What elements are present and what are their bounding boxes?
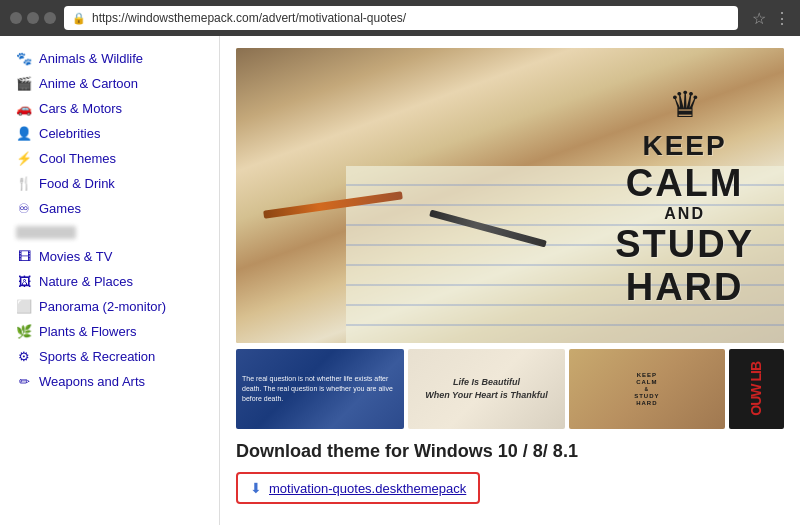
thumbnail-2[interactable]: Life Is Beautiful When Your Heart is Tha… xyxy=(408,349,564,429)
browser-dot-3 xyxy=(44,12,56,24)
thumbnail-1[interactable]: The real question is not whether life ex… xyxy=(236,349,404,429)
page-layout: 🐾 Animals & Wildlife 🎬 Anime & Cartoon 🚗… xyxy=(0,36,800,525)
sidebar-item-sports-recreation[interactable]: ⚙ Sports & Recreation xyxy=(0,344,219,369)
sidebar-item-nature-places[interactable]: 🖼 Nature & Places xyxy=(0,269,219,294)
download-link-box[interactable]: ⬇ motivation-quotes.deskthemepack xyxy=(236,472,480,504)
bookmark-icon[interactable]: ☆ xyxy=(752,9,766,28)
browser-menu-icon[interactable]: ⋮ xyxy=(774,9,790,28)
study-label: STUDY xyxy=(615,222,754,265)
sidebar-item-label: Nature & Places xyxy=(39,274,133,289)
sidebar-item-cool-themes[interactable]: ⚡ Cool Themes xyxy=(0,146,219,171)
sidebar-item-label: Weapons and Arts xyxy=(39,374,145,389)
url-bar[interactable]: 🔒 https://windowsthemepack.com/advert/mo… xyxy=(64,6,738,30)
browser-dot-2 xyxy=(27,12,39,24)
thumbnail-4[interactable]: OUW LIB xyxy=(729,349,784,429)
lock-icon: 🔒 xyxy=(72,12,86,25)
thumb-3-calm: CALM xyxy=(636,379,657,385)
download-icon: ⬇ xyxy=(250,480,262,496)
sidebar-item-label: Panorama (2-monitor) xyxy=(39,299,166,314)
anime-cartoon-icon: 🎬 xyxy=(16,76,32,91)
food-drink-icon: 🍴 xyxy=(16,176,32,191)
thumb-3-keep: KEEP xyxy=(637,372,657,378)
keep-label: KEEP xyxy=(615,129,754,161)
sidebar-item-label: Anime & Cartoon xyxy=(39,76,138,91)
download-link-text: motivation-quotes.deskthemepack xyxy=(269,481,466,496)
thumbnail-strip: The real question is not whether life ex… xyxy=(236,349,784,429)
browser-dots xyxy=(10,12,56,24)
sidebar-item-panorama[interactable]: ⬜ Panorama (2-monitor) xyxy=(0,294,219,319)
thumb-1-text: The real question is not whether life ex… xyxy=(242,374,398,403)
sidebar: 🐾 Animals & Wildlife 🎬 Anime & Cartoon 🚗… xyxy=(0,36,220,525)
sidebar-item-weapons-arts[interactable]: ✏ Weapons and Arts xyxy=(0,369,219,394)
keep-calm-overlay: ♛ KEEP CALM AND STUDY HARD xyxy=(615,83,754,308)
sidebar-item-label: Cars & Motors xyxy=(39,101,122,116)
thumb-2-content: Life Is Beautiful When Your Heart is Tha… xyxy=(425,376,548,403)
sidebar-item-celebrities[interactable]: 👤 Celebrities xyxy=(0,121,219,146)
plants-flowers-icon: 🌿 xyxy=(16,324,32,339)
thumb-2-line2: When Your Heart is Thankful xyxy=(425,389,548,403)
blurred-label xyxy=(16,226,76,239)
sidebar-item-label: Cool Themes xyxy=(39,151,116,166)
sidebar-item-cars-motors[interactable]: 🚗 Cars & Motors xyxy=(0,96,219,121)
crown-icon: ♛ xyxy=(615,83,754,125)
download-title: Download theme for Windows 10 / 8/ 8.1 xyxy=(236,441,784,462)
url-text: https://windowsthemepack.com/advert/moti… xyxy=(92,11,406,25)
panorama-icon: ⬜ xyxy=(16,299,32,314)
nature-places-icon: 🖼 xyxy=(16,274,32,289)
thumb-3-hard: HARD xyxy=(636,400,657,406)
games-icon: ♾ xyxy=(16,201,32,216)
sidebar-item-blurred xyxy=(0,221,219,244)
sidebar-item-anime-cartoon[interactable]: 🎬 Anime & Cartoon xyxy=(0,71,219,96)
thumb-3-study: STUDY xyxy=(634,393,659,399)
and-label: AND xyxy=(615,204,754,222)
calm-label: CALM xyxy=(615,161,754,204)
weapons-arts-icon: ✏ xyxy=(16,374,32,389)
thumb-2-line1: Life Is Beautiful xyxy=(425,376,548,390)
sidebar-item-label: Movies & TV xyxy=(39,249,112,264)
sidebar-item-label: Animals & Wildlife xyxy=(39,51,143,66)
hero-image: ♛ KEEP CALM AND STUDY HARD xyxy=(236,48,784,343)
hard-label: HARD xyxy=(615,265,754,308)
celebrities-icon: 👤 xyxy=(16,126,32,141)
movies-tv-icon: 🎞 xyxy=(16,249,32,264)
sidebar-item-plants-flowers[interactable]: 🌿 Plants & Flowers xyxy=(0,319,219,344)
sidebar-item-animals-wildlife[interactable]: 🐾 Animals & Wildlife xyxy=(0,46,219,71)
sports-recreation-icon: ⚙ xyxy=(16,349,32,364)
download-section: Download theme for Windows 10 / 8/ 8.1 ⬇… xyxy=(236,441,784,504)
sidebar-item-label: Plants & Flowers xyxy=(39,324,137,339)
cool-themes-icon: ⚡ xyxy=(16,151,32,166)
sidebar-item-movies-tv[interactable]: 🎞 Movies & TV xyxy=(0,244,219,269)
sidebar-item-food-drink[interactable]: 🍴 Food & Drink xyxy=(0,171,219,196)
animals-wildlife-icon: 🐾 xyxy=(16,51,32,66)
thumb-3-and: & xyxy=(645,386,650,392)
browser-dot-1 xyxy=(10,12,22,24)
sidebar-item-label: Food & Drink xyxy=(39,176,115,191)
sidebar-item-label: Celebrities xyxy=(39,126,100,141)
thumb-4-text: OUW LIB xyxy=(748,362,764,416)
sidebar-item-label: Games xyxy=(39,201,81,216)
sidebar-item-label: Sports & Recreation xyxy=(39,349,155,364)
browser-chrome: 🔒 https://windowsthemepack.com/advert/mo… xyxy=(0,0,800,36)
sidebar-item-games[interactable]: ♾ Games xyxy=(0,196,219,221)
thumbnail-3[interactable]: KEEP CALM & STUDY HARD xyxy=(569,349,725,429)
cars-motors-icon: 🚗 xyxy=(16,101,32,116)
main-content: ♛ KEEP CALM AND STUDY HARD The real ques… xyxy=(220,36,800,525)
